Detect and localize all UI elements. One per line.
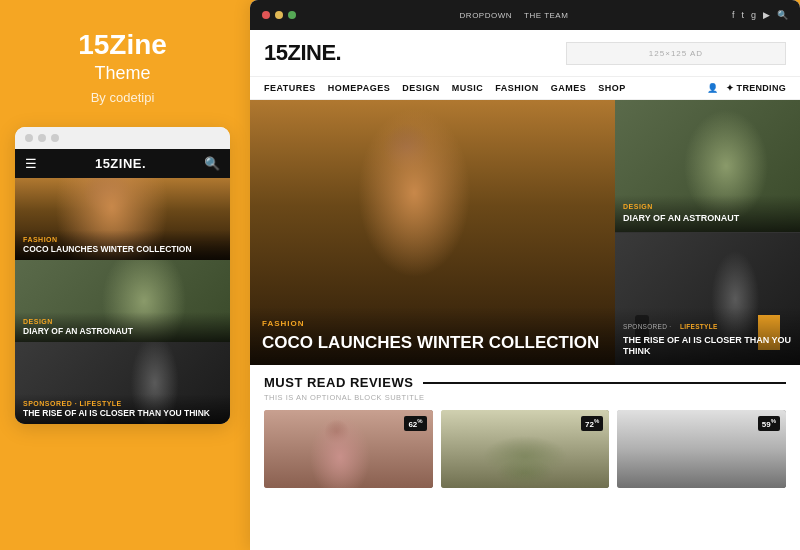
header-ad: 125×125 AD [566, 42, 786, 65]
side-bottom-overlay: SPONSORED · LIFESTYLE THE RISE OF AI IS … [615, 307, 800, 366]
left-panel: 15Zine Theme By codetipi ☰ 15ZINE. 🔍 FAS… [0, 0, 245, 550]
card-3-title: THE RISE OF AI IS CLOSER THAN YOU THINK [23, 408, 222, 418]
card-3-category: SPONSORED · LIFESTYLE [23, 400, 222, 407]
side-top-title: DIARY OF AN ASTRONAUT [623, 213, 792, 224]
hero-side-top[interactable]: DESIGN DIARY OF AN ASTRONAUT [615, 100, 800, 232]
card-1-title: COCO LAUNCHES WINTER COLLECTION [23, 244, 222, 254]
site-header: 15ZINE. 125×125 AD [250, 30, 800, 77]
window-dot-minimize[interactable] [275, 11, 283, 19]
must-read-header: MUST READ REVIEWS [264, 375, 786, 390]
review-card-2[interactable]: 72% [441, 410, 610, 488]
hero-main-title: COCO LAUNCHES WINTER COLLECTION [262, 333, 603, 353]
mockup-card-1[interactable]: FASHION COCO LAUNCHES WINTER COLLECTION [15, 178, 230, 260]
must-read-subtitle: THIS IS AN OPTIONAL BLOCK SUBTITLE [264, 393, 786, 402]
googleplus-icon[interactable]: g [751, 10, 756, 20]
brand-subtitle: Theme [94, 63, 150, 84]
mockup-dot-1 [25, 134, 33, 142]
nav-right: 👤 ✦ TRENDING [707, 83, 787, 93]
nav-games[interactable]: GAMES [551, 83, 587, 93]
side-bottom-tags: SPONSORED · LIFESTYLE [623, 315, 792, 333]
card-2-category: DESIGN [23, 318, 222, 325]
top-bar: DROPDOWN THE TEAM f t g ▶ 🔍 [250, 0, 800, 30]
site-logo[interactable]: 15ZINE. [264, 40, 341, 66]
trending-label[interactable]: ✦ TRENDING [726, 83, 787, 93]
hero-section: FASHION COCO LAUNCHES WINTER COLLECTION … [250, 100, 800, 365]
hero-sidebar: DESIGN DIARY OF AN ASTRONAUT SPONSORED ·… [615, 100, 800, 365]
search-icon[interactable]: 🔍 [204, 156, 220, 171]
side-top-overlay: DESIGN DIARY OF AN ASTRONAUT [615, 195, 800, 232]
hero-main-overlay: FASHION COCO LAUNCHES WINTER COLLECTION [250, 307, 615, 365]
main-nav: FEATURES HOMEPAGES DESIGN MUSIC FASHION … [250, 77, 800, 100]
review-cards-row: 62% 72% 59% [264, 410, 786, 488]
lifestyle-tag: LIFESTYLE [680, 323, 718, 330]
social-icons: f t g ▶ 🔍 [732, 10, 788, 20]
mockup-nav: ☰ 15ZINE. 🔍 [15, 149, 230, 178]
main-content: DROPDOWN THE TEAM f t g ▶ 🔍 15ZINE. 125×… [250, 0, 800, 550]
side-top-category: DESIGN [623, 203, 792, 210]
facebook-icon[interactable]: f [732, 10, 735, 20]
window-dot-close[interactable] [262, 11, 270, 19]
card-1-overlay: FASHION COCO LAUNCHES WINTER COLLECTION [15, 230, 230, 260]
mockup-logo: 15ZINE. [95, 156, 146, 171]
mobile-mockup: ☰ 15ZINE. 🔍 FASHION COCO LAUNCHES WINTER… [15, 127, 230, 424]
must-read-section: MUST READ REVIEWS THIS IS AN OPTIONAL BL… [250, 365, 800, 496]
nav-features[interactable]: FEATURES [264, 83, 316, 93]
youtube-icon[interactable]: ▶ [763, 10, 770, 20]
top-link-dropdown[interactable]: DROPDOWN [460, 11, 512, 20]
mockup-dot-2 [38, 134, 46, 142]
card-2-overlay: DESIGN DIARY OF AN ASTRONAUT [15, 312, 230, 342]
card-3-overlay: SPONSORED · LIFESTYLE THE RISE OF AI IS … [15, 394, 230, 424]
hamburger-icon[interactable]: ☰ [25, 156, 37, 171]
sponsored-tag: SPONSORED · [623, 323, 671, 330]
brand-title: 15Zine [78, 30, 167, 61]
hero-main-category: FASHION [262, 319, 603, 328]
nav-shop[interactable]: SHOP [598, 83, 626, 93]
card-1-category: FASHION [23, 236, 222, 243]
review-badge-1: 62% [404, 416, 426, 431]
top-link-team[interactable]: THE TEAM [524, 11, 568, 20]
review-card-3[interactable]: 59% [617, 410, 786, 488]
search-icon-top[interactable]: 🔍 [777, 10, 788, 20]
hero-main-article[interactable]: FASHION COCO LAUNCHES WINTER COLLECTION [250, 100, 615, 365]
review-badge-3: 59% [758, 416, 780, 431]
brand-byline: By codetipi [91, 90, 155, 105]
top-nav-links: DROPDOWN THE TEAM [460, 11, 569, 20]
nav-fashion[interactable]: FASHION [495, 83, 539, 93]
mockup-dot-3 [51, 134, 59, 142]
hero-side-bottom[interactable]: SPONSORED · LIFESTYLE THE RISE OF AI IS … [615, 232, 800, 365]
nav-music[interactable]: MUSIC [452, 83, 484, 93]
window-dots [262, 11, 296, 19]
user-icon[interactable]: 👤 [707, 83, 718, 93]
mockup-card-2[interactable]: DESIGN DIARY OF AN ASTRONAUT [15, 260, 230, 342]
must-read-title: MUST READ REVIEWS [264, 375, 413, 390]
nav-homepages[interactable]: HOMEPAGES [328, 83, 390, 93]
review-card-1[interactable]: 62% [264, 410, 433, 488]
nav-design[interactable]: DESIGN [402, 83, 440, 93]
side-bottom-title: THE RISE OF AI IS CLOSER THAN YOU THINK [623, 335, 792, 358]
mockup-dots-bar [15, 127, 230, 149]
nav-links: FEATURES HOMEPAGES DESIGN MUSIC FASHION … [264, 83, 626, 93]
review-badge-2: 72% [581, 416, 603, 431]
card-2-title: DIARY OF AN ASTRONAUT [23, 326, 222, 336]
mockup-card-3[interactable]: SPONSORED · LIFESTYLE THE RISE OF AI IS … [15, 342, 230, 424]
window-dot-maximize[interactable] [288, 11, 296, 19]
must-read-divider [423, 382, 786, 384]
twitter-icon[interactable]: t [741, 10, 744, 20]
